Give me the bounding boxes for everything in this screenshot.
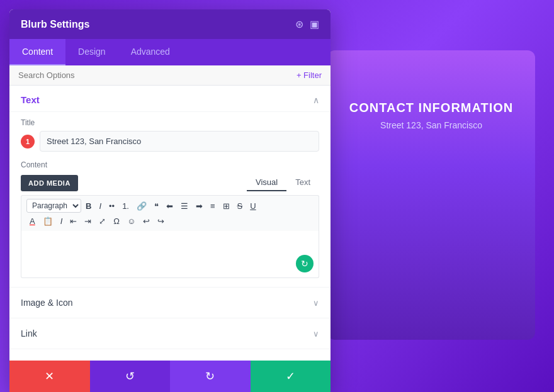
italic2-button[interactable]: I <box>57 215 66 228</box>
title-field-label: Title <box>21 118 319 127</box>
image-icon-label: Image & Icon <box>21 298 73 308</box>
redo-bottom-button[interactable]: ↻ <box>170 361 251 392</box>
tab-content[interactable]: Content <box>9 39 65 65</box>
panel-body: Text ∧ Title 1 Content ADD MEDIA Visual <box>9 86 331 392</box>
panel-title: Blurb Settings <box>21 19 89 30</box>
paragraph-select[interactable]: Paragraph <box>26 199 81 213</box>
underline-button[interactable]: U <box>247 199 259 213</box>
link-label: Link <box>21 328 37 339</box>
title-input-row: 1 <box>21 131 319 152</box>
title-badge: 1 <box>21 135 35 148</box>
settings-icon[interactable]: ⊛ <box>295 18 303 30</box>
bullet-button[interactable]: •• <box>106 199 118 213</box>
strikethrough-button[interactable]: S <box>234 199 246 213</box>
bold-button[interactable]: B <box>82 199 94 213</box>
toolbar-row-2: A 📋 I ⇤ ⇥ ⤢ Ω ☺ ↩ ↪ <box>26 215 314 228</box>
link-section[interactable]: Link ∨ <box>9 318 331 349</box>
fullscreen-button[interactable]: ⤢ <box>96 215 109 228</box>
cancel-button[interactable]: ✕ <box>9 361 90 392</box>
contact-title: CONTACT INFORMATION <box>349 101 513 115</box>
indent-out-button[interactable]: ⇤ <box>67 215 80 228</box>
text-section-body: Title 1 Content ADD MEDIA Visual Text <box>9 112 331 287</box>
undo-button[interactable]: ↩ <box>140 215 153 228</box>
save-button[interactable]: ✓ <box>251 361 331 392</box>
special-char-button[interactable]: Ω <box>110 215 123 228</box>
editor-toolbar-top: ADD MEDIA Visual Text <box>21 174 319 191</box>
search-bar: + Filter <box>9 65 331 86</box>
tab-design[interactable]: Design <box>65 39 118 65</box>
undo-bottom-button[interactable]: ↺ <box>90 361 171 392</box>
editor-formatting-toolbar: Paragraph B I •• 1. 🔗 ❝ ⬅ ☰ ➡ ≡ ⊞ S U <box>21 195 319 231</box>
tab-advanced[interactable]: Advanced <box>118 39 183 65</box>
text-section-toggle-icon[interactable]: ∧ <box>313 95 319 105</box>
font-color-button[interactable]: A <box>26 215 38 228</box>
image-icon-chevron: ∨ <box>313 298 319 308</box>
filter-button[interactable]: + Filter <box>297 70 322 80</box>
responsive-icon[interactable]: ▣ <box>310 18 319 30</box>
add-media-button[interactable]: ADD MEDIA <box>21 175 78 191</box>
indent-in-button[interactable]: ⇥ <box>81 215 94 228</box>
redo-button[interactable]: ↪ <box>154 215 167 228</box>
align-left-button[interactable]: ⬅ <box>163 199 176 213</box>
text-section-title: Text <box>21 94 40 105</box>
image-icon-section[interactable]: Image & Icon ∨ <box>9 287 331 318</box>
emoji-button[interactable]: ☺ <box>124 215 138 228</box>
tabs-bar: Content Design Advanced <box>9 39 331 65</box>
editor-content-area[interactable]: ↻ <box>21 231 319 278</box>
visual-text-tabs: Visual Text <box>247 174 319 191</box>
text-tab[interactable]: Text <box>286 174 319 191</box>
quote-button[interactable]: ❝ <box>151 199 162 213</box>
italic-button[interactable]: I <box>96 199 105 213</box>
editor-refresh-button[interactable]: ↻ <box>296 255 314 272</box>
toolbar-row-1: Paragraph B I •• 1. 🔗 ❝ ⬅ ☰ ➡ ≡ ⊞ S U <box>26 199 314 213</box>
align-right-button[interactable]: ➡ <box>193 199 206 213</box>
link-button[interactable]: 🔗 <box>133 199 150 213</box>
settings-panel: Blurb Settings ⊛ ▣ Content Design Advanc… <box>9 9 331 392</box>
right-preview-panel: CONTACT INFORMATION Street 123, San Fran… <box>327 50 535 340</box>
contact-subtitle: Street 123, San Francisco <box>380 120 482 130</box>
bottom-bar: ✕ ↺ ↻ ✓ <box>9 361 331 392</box>
paste-special-button[interactable]: 📋 <box>40 215 56 228</box>
table-button[interactable]: ⊞ <box>220 199 233 213</box>
search-input[interactable] <box>18 70 297 80</box>
panel-header-icons: ⊛ ▣ <box>295 18 319 30</box>
visual-tab[interactable]: Visual <box>247 174 286 191</box>
align-justify-button[interactable]: ≡ <box>207 199 218 213</box>
text-section-header[interactable]: Text ∧ <box>9 86 331 112</box>
link-chevron: ∨ <box>313 329 319 339</box>
ordered-button[interactable]: 1. <box>119 199 132 213</box>
panel-header: Blurb Settings ⊛ ▣ <box>9 9 331 39</box>
content-field-label: Content <box>21 160 319 169</box>
align-center-button[interactable]: ☰ <box>178 199 191 213</box>
title-input[interactable] <box>40 131 319 152</box>
